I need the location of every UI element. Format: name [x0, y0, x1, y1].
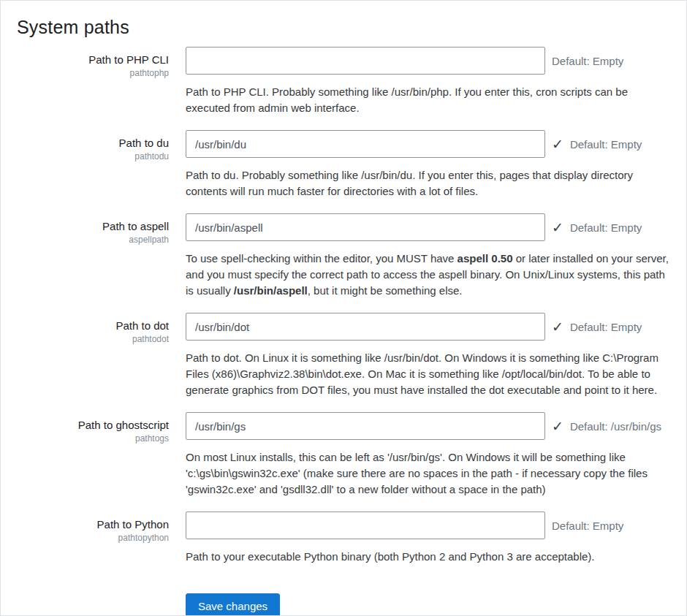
default-value-label: Default: Empty: [570, 321, 642, 333]
pathtodot-input[interactable]: [186, 313, 545, 341]
setting-shortname: pathtodu: [1, 151, 169, 161]
check-icon: ✓: [552, 221, 563, 235]
setting-content-column: ✓ Default: /usr/bin/gs On most Linux ins…: [186, 412, 686, 498]
default-value-label: Default: Empty: [570, 138, 642, 151]
setting-label-column: Path to Python pathtopython: [1, 512, 169, 565]
setting-label: Path to PHP CLI: [1, 53, 169, 66]
setting-description: Path to PHP CLI. Probably something like…: [186, 84, 673, 116]
setting-label-column: Path to dot pathtodot: [1, 313, 169, 398]
input-line: ✓ Default: Empty: [186, 213, 686, 241]
setting-label: Path to du: [1, 136, 169, 150]
setting-label: Path to ghostscript: [1, 418, 169, 432]
input-line: ✓ Default: Empty: [186, 47, 686, 75]
input-line: ✓ Default: Empty: [186, 313, 686, 341]
setting-label-column: Path to du pathtodu: [1, 130, 169, 199]
setting-row-pathtodot: Path to dot pathtodot ✓ Default: Empty P…: [1, 313, 686, 398]
setting-row-pathtophp: Path to PHP CLI pathtophp ✓ Default: Emp…: [1, 47, 686, 116]
input-line: ✓ Default: Empty: [186, 512, 686, 539]
setting-shortname: pathtodot: [1, 334, 169, 344]
system-paths-page: System paths Path to PHP CLI pathtophp ✓…: [0, 0, 687, 616]
default-value-label: Default: Empty: [552, 520, 623, 532]
setting-description: Path to dot. On Linux it is something li…: [186, 350, 673, 398]
setting-label: Path to aspell: [1, 219, 169, 233]
setting-label-column: Path to ghostscript pathtogs: [1, 412, 169, 498]
setting-content-column: ✓ Default: Empty To use spell-checking w…: [186, 213, 686, 299]
setting-label: Path to Python: [1, 517, 169, 531]
setting-shortname: pathtopython: [1, 533, 169, 543]
default-value-label: Default: /usr/bin/gs: [570, 420, 661, 433]
setting-label: Path to dot: [1, 319, 169, 332]
setting-description: Path to your executable Python binary (b…: [186, 549, 673, 565]
page-title: System paths: [17, 17, 686, 38]
pathtogs-input[interactable]: [186, 412, 545, 440]
input-line: ✓ Default: Empty: [186, 130, 686, 158]
setting-shortname: pathtophp: [1, 68, 169, 78]
setting-content-column: ✓ Default: Empty Path to your executable…: [186, 512, 686, 565]
setting-label-column: Path to aspell aspellpath: [1, 213, 169, 299]
default-value-label: Default: Empty: [570, 221, 642, 234]
pathtopython-input[interactable]: [186, 512, 545, 539]
pathtodu-input[interactable]: [186, 130, 545, 158]
setting-shortname: pathtogs: [1, 433, 169, 444]
setting-content-column: ✓ Default: Empty Path to PHP CLI. Probab…: [186, 47, 686, 116]
check-icon: ✓: [552, 419, 563, 433]
setting-row-aspellpath: Path to aspell aspellpath ✓ Default: Emp…: [1, 213, 686, 299]
setting-shortname: aspellpath: [1, 235, 169, 245]
pathtophp-input[interactable]: [186, 47, 545, 75]
setting-content-column: ✓ Default: Empty Path to dot. On Linux i…: [186, 313, 686, 398]
setting-description: On most Linux installs, this can be left…: [186, 449, 673, 498]
input-line: ✓ Default: /usr/bin/gs: [186, 412, 686, 440]
setting-description: To use spell-checking within the editor,…: [186, 251, 673, 299]
setting-content-column: ✓ Default: Empty Path to du. Probably so…: [186, 130, 686, 199]
setting-row-pathtopython: Path to Python pathtopython ✓ Default: E…: [1, 512, 686, 565]
aspellpath-input[interactable]: [186, 213, 545, 241]
check-icon: ✓: [552, 137, 563, 151]
setting-label-column: Path to PHP CLI pathtophp: [1, 47, 169, 116]
check-icon: ✓: [552, 320, 563, 334]
default-value-label: Default: Empty: [552, 55, 623, 67]
setting-description: Path to du. Probably something like /usr…: [186, 167, 673, 199]
setting-row-pathtodu: Path to du pathtodu ✓ Default: Empty Pat…: [1, 130, 686, 199]
setting-row-pathtogs: Path to ghostscript pathtogs ✓ Default: …: [1, 412, 686, 498]
save-changes-button[interactable]: Save changes: [186, 593, 280, 616]
